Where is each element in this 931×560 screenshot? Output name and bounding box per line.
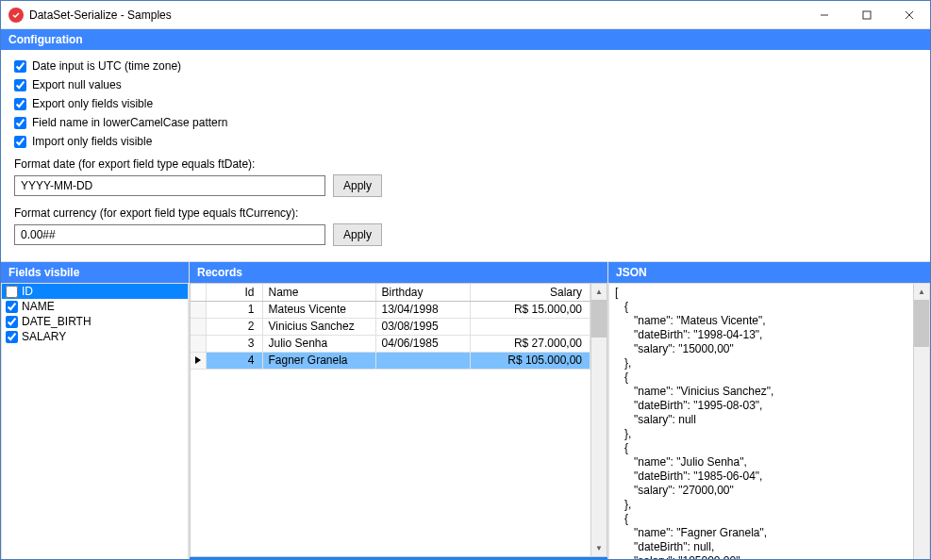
format-date-label: Format date (for export field type equal…: [14, 157, 919, 171]
field-item[interactable]: SALARY: [2, 329, 188, 344]
format-date-input[interactable]: [14, 175, 325, 196]
row-indicator-cell: [191, 335, 206, 352]
scroll-up-icon[interactable]: ▲: [914, 284, 929, 300]
close-button[interactable]: [888, 1, 930, 28]
json-header: JSON: [608, 262, 930, 283]
config-check-label: Export only fields visible: [32, 97, 153, 110]
minimize-button[interactable]: [803, 1, 845, 28]
config-checkbox[interactable]: [14, 79, 26, 91]
cell-name[interactable]: Julio Senha: [262, 335, 375, 352]
field-label: ID: [22, 285, 33, 298]
row-indicator-icon: [195, 356, 201, 364]
configuration-panel: Date input is UTC (time zone)Export null…: [1, 50, 930, 261]
column-header-birthday[interactable]: Birthday: [375, 284, 470, 301]
config-check-row: Date input is UTC (time zone): [14, 59, 919, 73]
cell-salary[interactable]: R$ 105.000,00: [470, 352, 590, 369]
column-header-salary[interactable]: Salary: [470, 284, 590, 301]
fields-list[interactable]: IDNAMEDATE_BIRTHSALARY: [1, 283, 189, 560]
configuration-title: Configuration: [8, 33, 83, 46]
cell-birthday[interactable]: 03/08/1995: [375, 318, 470, 335]
fields-panel: Fields visbile IDNAMEDATE_BIRTHSALARY: [1, 262, 190, 560]
records-panel: Records Id Name Birthday Sa: [190, 262, 608, 560]
row-indicator-cell: [191, 318, 206, 335]
cell-birthday[interactable]: [375, 352, 470, 369]
cell-name[interactable]: Fagner Granela: [262, 352, 375, 369]
row-indicator-cell: [191, 301, 206, 318]
records-title: Records: [197, 266, 242, 279]
table-row[interactable]: 4Fagner GranelaR$ 105.000,00: [191, 352, 590, 369]
config-checkbox[interactable]: [14, 117, 26, 129]
cell-birthday[interactable]: 13/04/1998: [375, 301, 470, 318]
records-scrollbar[interactable]: ▲ ▼: [590, 284, 607, 556]
scroll-up-icon[interactable]: ▲: [591, 284, 607, 300]
config-check-row: Import only fields visible: [14, 135, 919, 148]
config-check-label: Export null values: [32, 78, 122, 91]
cell-salary[interactable]: R$ 15.000,00: [470, 301, 590, 318]
cell-id[interactable]: 3: [206, 335, 262, 352]
field-item[interactable]: DATE_BIRTH: [2, 314, 188, 329]
table-row[interactable]: 3Julio Senha04/06/1985R$ 27.000,00: [191, 335, 590, 352]
field-checkbox[interactable]: [6, 301, 18, 313]
json-output[interactable]: [ { "name": "Mateus Vicente", "dateBirth…: [609, 284, 913, 560]
json-panel: JSON [ { "name": "Mateus Vicente", "date…: [608, 262, 930, 560]
records-grid[interactable]: Id Name Birthday Salary 1Mateus Vicente1…: [191, 284, 590, 370]
cell-id[interactable]: 4: [206, 352, 262, 369]
cell-name[interactable]: Mateus Vicente: [262, 301, 375, 318]
config-check-label: Date input is UTC (time zone): [32, 59, 181, 73]
window-title: DataSet-Serialize - Samples: [29, 8, 172, 22]
records-header: Records: [190, 262, 607, 283]
row-indicator-cell: [191, 352, 206, 369]
field-item[interactable]: ID: [2, 284, 188, 299]
config-checkbox[interactable]: [14, 136, 26, 148]
field-label: DATE_BIRTH: [22, 315, 91, 328]
table-row[interactable]: 1Mateus Vicente13/04/1998R$ 15.000,00: [191, 301, 590, 318]
cell-salary[interactable]: [470, 318, 590, 335]
apply-currency-button[interactable]: Apply: [333, 223, 382, 246]
cell-salary[interactable]: R$ 27.000,00: [470, 335, 590, 352]
window-titlebar: DataSet-Serialize - Samples: [1, 1, 930, 29]
column-header-id[interactable]: Id: [206, 284, 262, 301]
config-check-row: Export only fields visible: [14, 97, 919, 110]
field-checkbox[interactable]: [6, 316, 18, 328]
config-check-label: Field name in lowerCamelCase pattern: [32, 116, 227, 129]
cell-name[interactable]: Vinicius Sanchez: [262, 318, 375, 335]
format-currency-label: Format currency (for export field type e…: [14, 206, 919, 220]
table-row[interactable]: 2Vinicius Sanchez03/08/1995: [191, 318, 590, 335]
cell-id[interactable]: 2: [206, 318, 262, 335]
field-item[interactable]: NAME: [2, 299, 188, 314]
cell-birthday[interactable]: 04/06/1985: [375, 335, 470, 352]
json-scrollbar[interactable]: ▲ ▼: [913, 284, 929, 560]
config-checkbox[interactable]: [14, 98, 26, 110]
configuration-header: Configuration: [1, 29, 930, 50]
scroll-down-icon[interactable]: ▼: [591, 540, 607, 556]
column-header-name[interactable]: Name: [262, 284, 375, 301]
field-label: SALARY: [22, 330, 66, 343]
svg-rect-1: [863, 11, 871, 19]
app-icon: [8, 8, 24, 23]
fields-title: Fields visbile: [8, 266, 79, 279]
maximize-button[interactable]: [845, 1, 888, 28]
field-checkbox[interactable]: [6, 286, 18, 298]
config-check-row: Field name in lowerCamelCase pattern: [14, 116, 919, 129]
cell-id[interactable]: 1: [206, 301, 262, 318]
config-checkbox[interactable]: [14, 60, 26, 73]
config-check-row: Export null values: [14, 78, 919, 91]
apply-date-button[interactable]: Apply: [333, 174, 382, 197]
json-title: JSON: [616, 266, 647, 279]
fields-header: Fields visbile: [1, 262, 189, 283]
field-checkbox[interactable]: [6, 331, 18, 343]
format-currency-input[interactable]: [14, 224, 325, 245]
field-label: NAME: [22, 300, 55, 313]
config-check-label: Import only fields visible: [32, 135, 152, 148]
grid-indicator-header: [191, 284, 206, 301]
